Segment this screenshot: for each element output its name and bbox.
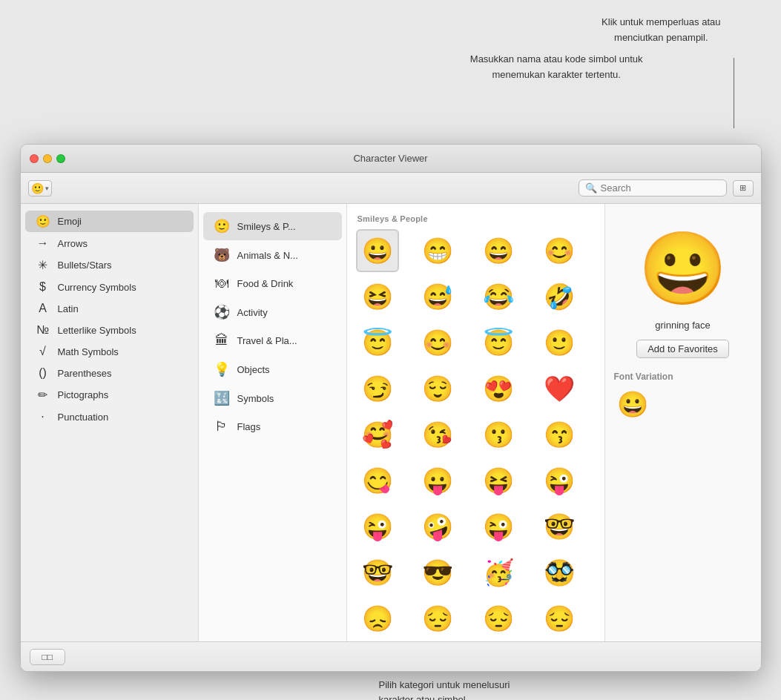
search-input[interactable] [601, 182, 720, 194]
category-label-flags: Flags [237, 421, 261, 432]
emoji-cell[interactable]: 😝 [477, 459, 520, 502]
sidebar-item-label-emoji: Emoji [58, 216, 82, 227]
sidebar-item-label-arrows: Arrows [58, 238, 88, 249]
emoji-cell[interactable]: 😎 [416, 551, 459, 594]
emoji-grid-panel: Smileys & People 😀😁😄😊😆😅😂🤣😇😊😇🙂😏😌😍❤️🥰😘😗😙😋😛… [347, 204, 605, 641]
category-item-flags[interactable]: 🏳 Flags [203, 413, 342, 440]
emoji-cell[interactable]: 😔 [477, 597, 520, 640]
emoji-cell[interactable]: 😗 [477, 413, 520, 456]
emoji-cell[interactable]: 😔 [416, 597, 459, 640]
category-label-travel: Travel & Pla... [237, 335, 297, 346]
emoji-cell[interactable]: 😌 [416, 367, 459, 410]
emoji-cell[interactable]: 😍 [477, 367, 520, 410]
emoji-cell[interactable]: 😛 [416, 459, 459, 502]
emoji-cell[interactable]: 😄 [477, 229, 520, 272]
sidebar-item-emoji[interactable]: 🙂 Emoji [25, 211, 194, 232]
add-to-favorites-button[interactable]: Add to Favorites [636, 340, 729, 358]
category-panel: 🙂 Smileys & P... 🐻 Animals & N... 🍽 Food… [199, 204, 347, 641]
sidebar-item-label-letterlike: Letterlike Symbols [58, 325, 136, 336]
emoji-cell[interactable]: 🥸 [538, 551, 581, 594]
emoji-cell[interactable]: 🤣 [538, 275, 581, 318]
sidebar-item-label-parentheses: Parentheses [58, 368, 112, 379]
font-variation-emoji: 😀 [614, 389, 648, 419]
emoji-cell[interactable]: 😜 [356, 505, 399, 548]
emoji-picker-button[interactable]: 🙂 ▾ [28, 180, 52, 197]
close-button[interactable] [30, 154, 39, 163]
emoji-cell[interactable]: 😊 [416, 321, 459, 364]
emoji-cell[interactable]: 🙂 [538, 321, 581, 364]
category-item-objects[interactable]: 💡 Objects [203, 355, 342, 383]
window-body: 🙂 Emoji → Arrows ✳ Bullets/Stars $ Curre… [21, 204, 761, 641]
maximize-button[interactable] [56, 154, 65, 163]
emoji-section-title: Smileys & People [353, 211, 599, 229]
emoji-cell[interactable]: 😘 [416, 413, 459, 456]
category-icon-animals: 🐻 [214, 247, 230, 263]
category-item-activity[interactable]: ⚽ Activity [203, 298, 342, 326]
emoji-cell[interactable]: 😔 [538, 597, 581, 640]
sidebar-item-latin[interactable]: A Latin [25, 298, 194, 319]
emoji-cell[interactable]: 😆 [356, 275, 399, 318]
annotation-search: Masukkan nama atau kode simbol untukmene… [470, 52, 643, 83]
emoji-cell[interactable]: ❤️ [538, 367, 581, 410]
category-icon-flags: 🏳 [214, 419, 230, 435]
sidebar-item-icon-bullets: ✳ [36, 258, 50, 272]
emoji-cell[interactable]: 😜 [477, 505, 520, 548]
emoji-cell[interactable]: 😏 [356, 367, 399, 410]
sidebar-item-bullets[interactable]: ✳ Bullets/Stars [25, 254, 194, 276]
bottom-action-button[interactable]: □□ [30, 649, 66, 665]
emoji-cell[interactable]: 🥰 [356, 413, 399, 456]
sidebar-item-parentheses[interactable]: () Parentheses [25, 363, 194, 383]
sidebar-item-arrows[interactable]: → Arrows [25, 233, 194, 254]
emoji-cell[interactable]: 😞 [356, 597, 399, 640]
emoji-cell[interactable]: 🥳 [477, 551, 520, 594]
sidebar-item-icon-arrows: → [36, 237, 50, 250]
search-box: 🔍 [579, 179, 727, 197]
sidebar-item-label-currency: Currency Symbols [58, 282, 136, 293]
emoji-cell[interactable]: 😊 [538, 229, 581, 272]
emoji-cell[interactable]: 😀 [356, 229, 399, 272]
expand-button[interactable]: ⊞ [733, 180, 754, 197]
sidebar-item-label-bullets: Bullets/Stars [58, 260, 112, 271]
emoji-cell[interactable]: 🤓 [538, 505, 581, 548]
emoji-cell[interactable]: 🤓 [356, 551, 399, 594]
category-item-animals[interactable]: 🐻 Animals & N... [203, 241, 342, 269]
category-item-food[interactable]: 🍽 Food & Drink [203, 270, 342, 297]
font-variation-label: Font Variation [614, 372, 673, 382]
sidebar-item-math[interactable]: √ Math Symbols [25, 341, 194, 362]
emoji-cell[interactable]: 😇 [356, 321, 399, 364]
sidebar-item-letterlike[interactable]: № Letterlike Symbols [25, 320, 194, 340]
toolbar: 🙂 ▾ 🔍 ⊞ [21, 173, 761, 204]
minimize-button[interactable] [43, 154, 52, 163]
emoji-cell[interactable]: 😜 [538, 459, 581, 502]
sidebar-item-currency[interactable]: $ Currency Symbols [25, 277, 194, 297]
sidebar-item-pictographs[interactable]: ✏ Pictographs [25, 384, 194, 406]
emoji-cell[interactable]: 😋 [356, 459, 399, 502]
category-label-food: Food & Drink [237, 278, 294, 289]
category-icon-activity: ⚽ [214, 304, 230, 320]
emoji-cell[interactable]: 😙 [538, 413, 581, 456]
chevron-down-icon: ▾ [45, 185, 49, 192]
sidebar-item-icon-parentheses: () [36, 366, 50, 380]
category-item-travel[interactable]: 🏛 Travel & Pla... [203, 327, 342, 354]
detail-emoji-large: 😀 [639, 229, 728, 308]
category-label-animals: Animals & N... [237, 250, 298, 261]
category-icon-objects: 💡 [214, 361, 230, 377]
emoji-cell[interactable]: 😇 [477, 321, 520, 364]
category-icon-smileys: 🙂 [214, 218, 230, 234]
search-icon: 🔍 [585, 182, 597, 194]
titlebar: Character Viewer [21, 145, 761, 173]
detail-panel: 😀 grinning face Add to Favorites Font Va… [605, 204, 761, 641]
emoji-cell[interactable]: 😅 [416, 275, 459, 318]
category-item-smileys[interactable]: 🙂 Smileys & P... [203, 212, 342, 240]
expand-icon: ⊞ [739, 183, 746, 193]
sidebar-item-punctuation[interactable]: · Punctuation [25, 406, 194, 427]
emoji-cell[interactable]: 🤪 [416, 505, 459, 548]
emoji-cell[interactable]: 😁 [416, 229, 459, 272]
category-icon-food: 🍽 [214, 276, 230, 291]
emoji-cell[interactable]: 😂 [477, 275, 520, 318]
sidebar-item-label-math: Math Symbols [58, 346, 119, 357]
category-icon-symbols: 🔣 [214, 390, 230, 406]
category-label-activity: Activity [237, 307, 268, 318]
bottom-bar: □□ [21, 641, 761, 671]
category-item-symbols[interactable]: 🔣 Symbols [203, 384, 342, 412]
